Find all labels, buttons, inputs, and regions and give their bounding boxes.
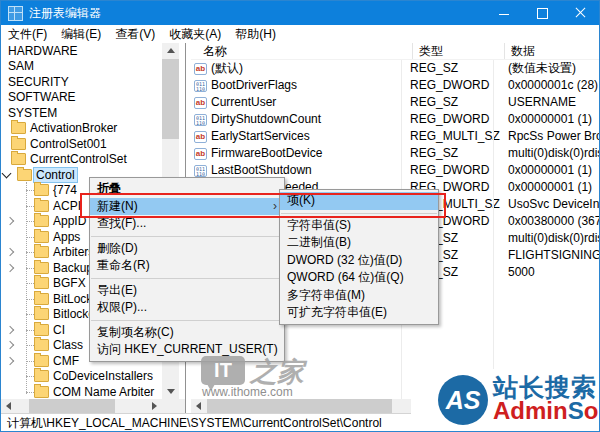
chevron-down-icon[interactable] <box>2 168 12 178</box>
menu-bar-item-2[interactable]: 查看(V) <box>108 25 162 43</box>
menu-bar-item-4[interactable]: 帮助(H) <box>228 25 283 43</box>
chevron-right-icon[interactable] <box>6 248 14 256</box>
tree-item-1[interactable]: SAM <box>1 59 162 75</box>
registry-row-4[interactable]: abEarlyStartServicesREG_MULTI_SZRpcSs Po… <box>191 128 600 145</box>
column-line <box>493 43 494 399</box>
submenu-item-label: QWORD (64 位)值(Q) <box>287 270 404 284</box>
tree-item-7[interactable]: CurrentControlSet <box>1 152 162 168</box>
folder-icon <box>17 169 32 181</box>
tree-connector-stub <box>26 376 34 377</box>
ithome-url-watermark: www.ithome.com <box>202 385 293 399</box>
submenu-item-4[interactable]: DWORD (32 位)值(D) <box>280 252 438 270</box>
tree-vscroll-thumb[interactable] <box>162 59 179 139</box>
folder-icon <box>34 184 49 196</box>
column-header-name[interactable]: 名称 <box>191 43 413 59</box>
registry-row-3[interactable]: 011110DirtyShutdownCountREG_DWORD0x00000… <box>191 111 600 128</box>
column-header-type[interactable]: 类型 <box>413 43 505 59</box>
arrow-up-icon <box>167 48 175 53</box>
scroll-down-button[interactable] <box>162 384 179 399</box>
close-button[interactable] <box>561 1 599 25</box>
folder-icon <box>34 355 49 367</box>
value-type: REG_MULTI_SZ <box>404 128 502 145</box>
submenu-item-6[interactable]: 多字符串值(M) <box>280 287 438 305</box>
tree-connector-stub <box>26 330 34 331</box>
tree-item-5[interactable]: ActivationBroker <box>1 121 162 137</box>
tree-connector-stub <box>26 252 34 253</box>
submenu-item-7[interactable]: 可扩充字符串值(E) <box>280 304 438 322</box>
regedit-window: 注册表编辑器 文件(F)编辑(E)查看(V)收藏夹(A)帮助(H) HARDWA… <box>0 0 600 432</box>
string-value-icon: ab <box>194 131 207 143</box>
chevron-right-icon[interactable] <box>6 263 14 271</box>
binary-value-icon: 011110 <box>194 114 207 126</box>
binary-icon-row: 110 <box>195 87 206 92</box>
registry-row-2[interactable]: abCurrentUserREG_SZUSERNAME <box>191 94 600 111</box>
tree-hscroll-thumb[interactable] <box>29 399 115 413</box>
folder-icon <box>11 153 26 165</box>
submenu-item-5[interactable]: QWORD (64 位)值(Q) <box>280 269 438 287</box>
menu-bar-item-0[interactable]: 文件(F) <box>1 25 54 43</box>
context-menu-item-8[interactable]: 权限(P)... <box>90 299 284 317</box>
tree-item-3[interactable]: SOFTWARE <box>1 90 162 106</box>
value-data: multi(0)disk(0)rdisk(0) <box>502 230 600 247</box>
folder-icon <box>34 293 49 305</box>
value-type: REG_DWORD <box>404 162 502 179</box>
menu-bar-item-3[interactable]: 收藏夹(A) <box>162 25 228 43</box>
arrow-right-icon <box>152 402 157 410</box>
submenu-item-3[interactable]: 二进制值(B) <box>280 234 438 252</box>
minimize-button[interactable] <box>485 1 523 25</box>
tree-item-label: CI <box>53 323 65 337</box>
value-data: 0x00000001 (1) <box>502 179 600 196</box>
scroll-right-button[interactable] <box>147 399 162 413</box>
folder-icon <box>34 339 49 351</box>
folder-icon <box>34 386 49 398</box>
folder-icon <box>34 308 49 320</box>
value-type: REG_SZ <box>404 60 502 77</box>
chevron-right-icon[interactable] <box>6 356 14 364</box>
context-menu-item-5[interactable]: 重命名(R) <box>90 257 284 275</box>
tree-item-label: CMF <box>53 354 79 368</box>
title-bar: 注册表编辑器 <box>1 1 599 25</box>
registry-row-5[interactable]: abFirmwareBootDeviceREG_SZmulti(0)disk(0… <box>191 145 600 162</box>
value-type: REG_SZ <box>404 94 502 111</box>
folder-icon <box>11 122 26 134</box>
tree-item-label: ACPI <box>53 199 81 213</box>
context-menu-item-7[interactable]: 导出(E) <box>90 282 284 300</box>
tree-connector-stub <box>26 361 34 362</box>
context-menu-item-4[interactable]: 删除(D) <box>90 240 284 258</box>
scroll-left-button[interactable] <box>191 399 206 413</box>
binary-value-icon: 011110 <box>194 80 207 92</box>
scroll-up-button[interactable] <box>162 43 179 58</box>
menu-bar-item-1[interactable]: 编辑(E) <box>54 25 108 43</box>
chevron-right-icon[interactable] <box>6 341 14 349</box>
context-menu-item-label: 访问 HKEY_CURRENT_USER(T) <box>97 342 278 356</box>
scroll-left-button[interactable] <box>1 399 16 413</box>
tree-item-4[interactable]: SYSTEM <box>1 105 162 121</box>
value-data: 0x00000001 (1) <box>502 162 600 179</box>
column-header-data[interactable]: 数据 <box>505 43 600 59</box>
tree-item-0[interactable]: HARDWARE <box>1 43 162 59</box>
ithome-watermark-logo: IT 之家 <box>201 356 304 388</box>
tree-item-2[interactable]: SECURITY <box>1 74 162 90</box>
registry-row-1[interactable]: 011110BootDriverFlagsREG_DWORD0x0000001c… <box>191 77 600 94</box>
submenu-item-2[interactable]: 字符串值(S) <box>280 217 438 235</box>
chevron-right-icon[interactable] <box>6 217 14 225</box>
chevron-right-icon[interactable] <box>6 325 14 333</box>
string-value-icon: ab <box>194 148 207 160</box>
tree-item-6[interactable]: ControlSet001 <box>1 136 162 152</box>
maximize-button[interactable] <box>523 1 561 25</box>
tree-item-label: BGFX <box>53 276 86 290</box>
menu-separator <box>91 320 283 321</box>
adminso-watermark: AS 站长搜索 AdminSo <box>411 369 600 432</box>
values-hscroll-thumb[interactable] <box>207 399 392 413</box>
value-data: RpcSs Power BrokerIn <box>502 128 600 145</box>
context-menu-item-10[interactable]: 复制项名称(C) <box>90 324 284 342</box>
tree-connector-stub <box>26 299 34 300</box>
string-value-icon: ab <box>194 63 207 75</box>
value-data: 0x00380000 (3670016 <box>502 213 600 230</box>
adminso-red-text: Admin <box>493 397 568 424</box>
folder-icon <box>34 324 49 336</box>
tree-connector-stub <box>26 268 34 269</box>
value-data: (数值未设置) <box>502 60 600 77</box>
registry-row-0[interactable]: ab(默认)REG_SZ(数值未设置) <box>191 60 600 77</box>
tree-horizontal-scrollbar[interactable] <box>1 399 162 413</box>
